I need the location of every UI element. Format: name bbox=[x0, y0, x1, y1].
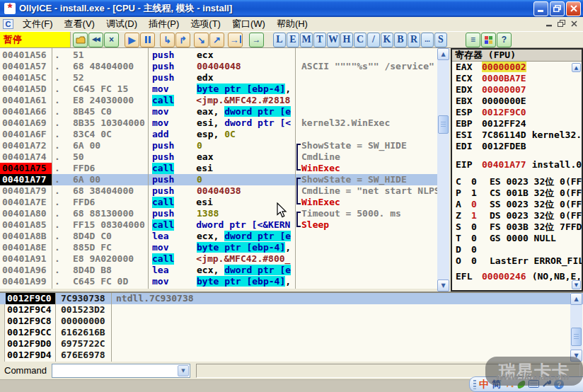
disasm-row[interactable]: 00401A61.E8 24030000call<jmp.&MFC42.#281… bbox=[0, 95, 437, 106]
menu-item-help[interactable]: 帮助(H) bbox=[271, 16, 313, 32]
disasm-row[interactable]: 00401A56.51pushecx bbox=[0, 50, 437, 61]
run-button[interactable]: ▶ bbox=[125, 33, 139, 47]
disasm-row[interactable]: 00401A69.8B35 10304000movesi, dword ptr … bbox=[0, 117, 437, 129]
mdi-close-button[interactable] bbox=[571, 20, 577, 28]
log-window-button[interactable]: L bbox=[273, 33, 286, 47]
patches-window-button[interactable]: / bbox=[367, 33, 380, 47]
disasm-row[interactable]: 00401A91.E8 9A020000call<jmp.&MFC42.#800… bbox=[0, 253, 437, 265]
close-program-button[interactable]: × bbox=[104, 33, 119, 47]
scroll-thumb[interactable] bbox=[571, 328, 582, 346]
help-button[interactable]: ? bbox=[497, 33, 512, 47]
stack-scrollbar[interactable]: ▲ ▼ bbox=[570, 293, 582, 362]
step-into-button[interactable]: ↳ bbox=[160, 33, 175, 47]
references-window-button[interactable]: R bbox=[408, 33, 420, 47]
scroll-thumb[interactable] bbox=[438, 115, 449, 134]
disasm-row[interactable]: 00401A96.8D4D B8leaecx, dword ptr [e bbox=[0, 265, 437, 276]
disasm-row[interactable]: 00401A74.50pusheaxCmdLine bbox=[0, 151, 437, 163]
threads-window-button[interactable]: T bbox=[313, 33, 326, 47]
disasm-row[interactable]: 00401A79.68 38404000push00404038CmdLine … bbox=[0, 185, 437, 197]
column-separator[interactable] bbox=[111, 293, 112, 362]
options-button[interactable]: ≡ bbox=[466, 33, 480, 47]
ime-help-button[interactable]: ? bbox=[554, 379, 564, 389]
disassembly-pane[interactable]: 00401A56.51pushecx00401A57.68 48404000pu… bbox=[0, 48, 437, 289]
stack-row[interactable]: 0012F9D4676E6978 bbox=[0, 350, 583, 361]
register-row[interactable]: ESI7C86114Dkernel32. bbox=[452, 129, 582, 141]
pause-button[interactable] bbox=[140, 33, 155, 47]
flag-row[interactable]: P1CS 001B 32位 0(FF bbox=[452, 188, 582, 199]
register-row[interactable]: ECX0000BA7E bbox=[452, 73, 582, 84]
close-button[interactable] bbox=[566, 1, 581, 16]
ime-tools-button[interactable] bbox=[542, 378, 551, 391]
scroll-up-button[interactable]: ▲ bbox=[437, 48, 449, 60]
register-row[interactable]: EDI0012FDEB bbox=[452, 141, 582, 152]
until-return-button[interactable]: → bbox=[228, 33, 243, 47]
menu-item-window[interactable]: 窗口(W) bbox=[226, 16, 271, 32]
ime-simplified-button[interactable]: 简 bbox=[492, 379, 501, 389]
step-over-button[interactable]: ↱ bbox=[175, 33, 190, 47]
register-row-eip[interactable]: EIP00401A77install.0 bbox=[452, 159, 582, 171]
column-separator[interactable] bbox=[295, 48, 296, 289]
column-separator[interactable] bbox=[55, 293, 56, 362]
disasm-row[interactable]: 00401A99.C645 FC 0Dmovbyte ptr [ebp-4], bbox=[0, 276, 437, 287]
run-trace-window-button[interactable]: ... bbox=[421, 33, 434, 47]
ime-drag-handle[interactable] bbox=[473, 380, 476, 389]
flag-row[interactable]: D0 bbox=[452, 244, 582, 255]
disasm-row[interactable]: 00401A72.6A 00push0ShowState = SW_HIDE bbox=[0, 140, 437, 151]
column-separator[interactable] bbox=[52, 48, 52, 289]
breakpoints-window-button[interactable]: B bbox=[394, 33, 407, 47]
ime-soft-keyboard-button[interactable] bbox=[529, 378, 539, 391]
flag-row[interactable]: O0LastErr ERROR_FIL bbox=[452, 255, 582, 267]
memory-window-button[interactable]: M bbox=[300, 33, 313, 47]
animate-over-button[interactable]: ↗ bbox=[209, 33, 224, 47]
scroll-up-button[interactable]: ▲ bbox=[570, 293, 582, 305]
restart-button[interactable]: ◀◀ bbox=[88, 33, 103, 47]
disasm-row[interactable]: 00401A5D.C645 FC 15movbyte ptr [ebp-4], … bbox=[0, 83, 437, 95]
restore-button[interactable] bbox=[550, 1, 565, 16]
disasm-row[interactable]: 00401A66.8B45 C0moveax, dword ptr [e bbox=[0, 106, 437, 117]
flag-row[interactable]: C0ES 0023 32位 0(FF bbox=[452, 176, 582, 188]
animate-into-button[interactable]: ↘ bbox=[194, 33, 209, 47]
handles-window-button[interactable]: H bbox=[340, 33, 353, 47]
disasm-row[interactable]: 00401A5C.52pushedx bbox=[0, 72, 437, 83]
windows-window-button[interactable]: W bbox=[327, 33, 340, 47]
stack-pane[interactable]: 0012F9C07C930738ntdll.7C9307380012F9C400… bbox=[0, 292, 583, 362]
register-row[interactable]: ESP0012F9C0 bbox=[452, 107, 582, 118]
disasm-row[interactable]: 00401A57.68 48404000push00404048ASCII ""… bbox=[0, 61, 437, 72]
registers-pane[interactable]: 寄存器 (FPU) EAX00000002ECX0000BA7EEDX00000… bbox=[451, 48, 583, 292]
cpu-window-icon[interactable]: C bbox=[3, 19, 13, 29]
menu-item-file[interactable]: 文件(F) bbox=[17, 16, 59, 32]
disasm-row[interactable]: 00401A8B.8D4D C0leaecx, dword ptr [e bbox=[0, 231, 437, 242]
stack-row[interactable]: 0012F9C4001523D2 bbox=[0, 304, 583, 316]
ime-punctuation-button[interactable]: ，。 bbox=[504, 380, 514, 388]
register-row[interactable]: EAX00000002 bbox=[452, 62, 582, 73]
register-row-efl[interactable]: EFL00000246(NO,NB,E, bbox=[452, 271, 582, 282]
flag-row[interactable]: S0FS 003B 32位 7FFD bbox=[452, 221, 582, 233]
disasm-row[interactable]: 00401A85.FF15 08304000calldword ptr [<&K… bbox=[0, 219, 437, 231]
mdi-restore-button[interactable] bbox=[558, 20, 566, 29]
go-to-button[interactable]: → bbox=[249, 33, 264, 47]
stack-row[interactable]: 0012F9D06975722C bbox=[0, 338, 583, 350]
command-input[interactable] bbox=[54, 365, 177, 376]
disasm-row[interactable]: 00401A77.6A 00push0ShowState = SW_HIDE bbox=[0, 174, 437, 185]
column-separator[interactable] bbox=[148, 48, 149, 289]
minimize-button[interactable] bbox=[533, 1, 548, 16]
combobox-dropdown-button[interactable]: ▼ bbox=[178, 365, 189, 376]
registers-scroll-up-button[interactable]: ▲ bbox=[572, 63, 581, 72]
stack-row[interactable]: 0012F9C07C930738ntdll.7C930738 bbox=[0, 293, 583, 304]
register-row[interactable]: EDX00000007 bbox=[452, 84, 582, 96]
source-window-button[interactable]: S bbox=[434, 33, 447, 47]
call-stack-window-button[interactable]: K bbox=[381, 33, 393, 47]
stack-row[interactable]: 0012F9CC6162616B bbox=[0, 327, 583, 338]
menu-item-options[interactable]: 选项(T) bbox=[185, 16, 226, 32]
disassembly-scrollbar[interactable]: ▲ ▼ bbox=[437, 48, 449, 292]
ime-handwriting-icon[interactable] bbox=[516, 380, 526, 388]
disasm-row[interactable]: 00401A6F.83C4 0Caddesp, 0C bbox=[0, 129, 437, 140]
flag-row[interactable]: Z1DS 0023 32位 0(FF bbox=[452, 210, 582, 221]
registers-scroll-down-button[interactable]: ▼ bbox=[572, 280, 581, 289]
disasm-row[interactable]: 00401A7E.FFD6callesiWinExec bbox=[0, 197, 437, 208]
flag-row[interactable]: T0GS 0000 NULL bbox=[452, 233, 582, 244]
menu-item-debug[interactable]: 调试(D) bbox=[100, 16, 143, 32]
menu-item-view[interactable]: 查看(V) bbox=[59, 16, 100, 32]
cpu-window-button[interactable]: C bbox=[354, 33, 366, 47]
flag-row[interactable]: A0SS 0023 32位 0(FF bbox=[452, 199, 582, 210]
